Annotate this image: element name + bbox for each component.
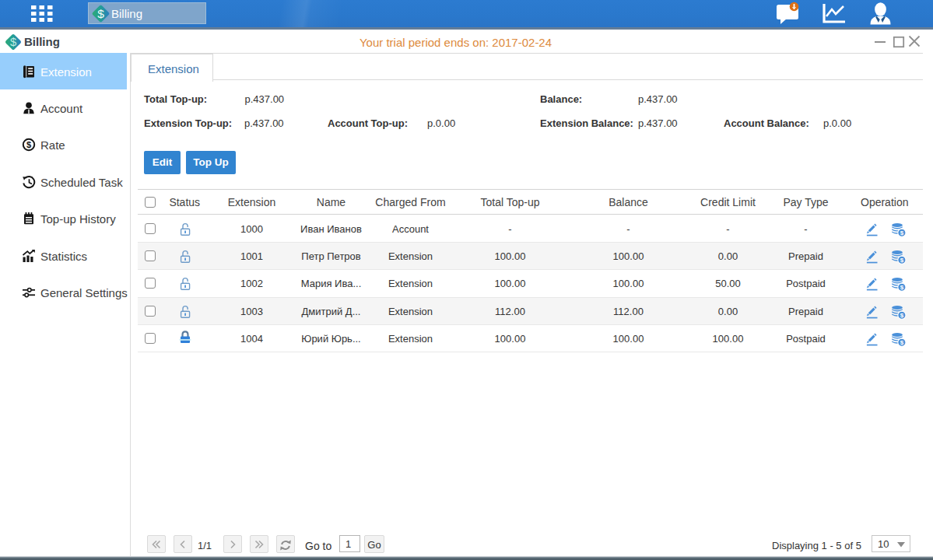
- svg-text:$: $: [97, 7, 104, 20]
- svg-text:$: $: [26, 140, 31, 149]
- svg-text:$: $: [900, 339, 904, 346]
- svg-text:$: $: [900, 284, 904, 291]
- svg-text:$: $: [900, 229, 904, 236]
- svg-text:$: $: [900, 312, 904, 319]
- svg-text:$: $: [900, 257, 904, 264]
